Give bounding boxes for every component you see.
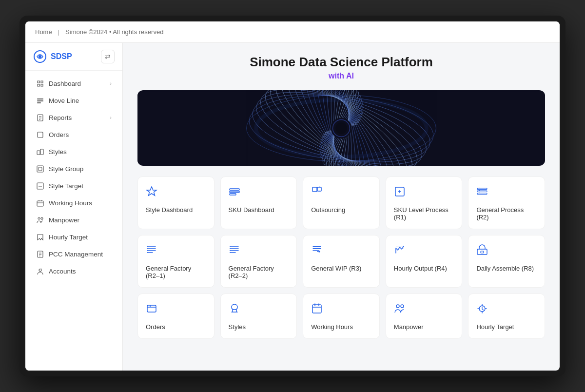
sidebar-toggle-button[interactable]: ⇄ [101,50,115,63]
svg-rect-67 [479,193,480,193]
card-sku-dashboard[interactable]: SKU Dashboard [220,176,297,229]
svg-point-55 [335,122,347,134]
card-label: SKU Dashboard [229,206,289,214]
svg-rect-7 [37,151,40,155]
svg-point-70 [147,250,148,251]
card-label: Manpower [394,323,454,331]
svg-rect-58 [230,194,236,195]
svg-point-16 [39,269,41,271]
app-window: Home | Simone ©2024 • All rights reserve… [25,21,560,371]
card-manpower[interactable]: Manpower [386,294,463,339]
card-label: Working Hours [311,323,371,331]
card-label: Outsourcing [311,206,371,214]
svg-point-80 [396,305,399,308]
svg-rect-2 [37,98,43,99]
card-label: Hourly Output (R4) [394,265,454,272]
styles-card-icon [229,303,289,317]
general-factory-1-icon [146,244,206,259]
sidebar-item-reports[interactable]: Reports › [28,109,119,126]
orders-icon [36,131,44,138]
sidebar-item-label: Accounts [49,268,76,275]
svg-rect-78 [147,305,156,312]
orders-card-icon [146,303,206,317]
card-general-wip[interactable]: General WIP (R3) [303,235,380,288]
card-label: Orders [146,323,206,331]
styles-icon [36,148,44,156]
svg-rect-64 [477,193,487,195]
svg-rect-79 [312,305,321,313]
chevron-right-icon: › [110,80,112,86]
card-working-hours[interactable]: Working Hours [303,294,380,339]
device-frame: Home | Simone ©2024 • All rights reserve… [20,16,566,376]
svg-rect-8 [40,149,43,155]
main-layout: SDSP ⇄ Dashboard › [25,43,560,371]
svg-point-68 [147,246,148,247]
sidebar-item-label: Orders [49,131,69,138]
svg-point-69 [147,248,148,249]
card-label: General Factory (R2–1) [146,265,206,279]
sidebar-item-stylegroup[interactable]: Style Group [28,160,119,177]
sidebar-item-pccmanagement[interactable]: PCC Management [28,246,119,262]
svg-point-1 [39,55,41,58]
svg-rect-59 [312,187,317,192]
svg-rect-65 [479,188,480,188]
sidebar-item-styletarget[interactable]: Style Target [28,177,119,194]
sidebar-item-label: Style Target [49,182,83,190]
card-general-process[interactable]: General Process (R2) [468,176,545,229]
sidebar-item-accounts[interactable]: Accounts [28,263,119,279]
card-sku-level-process[interactable]: SKU Level Process (R1) [386,176,463,229]
svg-rect-6 [38,132,43,137]
sidebar-item-label: PCC Management [49,251,103,258]
cards-row-2: General Factory (R2–1) General Factory (… [137,235,545,288]
sidebar-item-orders[interactable]: Orders [28,126,119,143]
sidebar-item-styles[interactable]: Styles [28,143,119,160]
sku-dashboard-icon [229,186,289,200]
card-hourly-output[interactable]: Hourly Output (R4) [386,235,463,288]
dashboard-icon [36,79,44,87]
sidebar-item-workinghours[interactable]: Working Hours [28,195,119,211]
sidebar-item-hourlytarget[interactable]: Hourly Target [28,229,119,245]
svg-point-75 [230,252,231,253]
card-general-factory-2[interactable]: General Factory (R2–2) [220,235,297,288]
sidebar-item-manpower[interactable]: Manpower [28,212,119,228]
sidebar-item-dashboard[interactable]: Dashboard › [28,75,119,92]
card-label: Hourly Target [476,323,537,331]
hero-spiral-svg [137,90,545,166]
card-styles[interactable]: Styles [220,294,297,339]
style-dashboard-icon [146,186,206,200]
card-label: General Factory (R2–2) [229,265,289,279]
card-label: General WIP (R3) [311,265,371,272]
svg-rect-57 [230,191,239,193]
card-outsourcing[interactable]: Outsourcing [303,176,380,229]
svg-rect-77 [481,251,484,253]
svg-point-73 [230,248,231,249]
accounts-icon [36,267,44,275]
manpower-card-icon [394,303,454,317]
sidebar-item-label: Style Group [49,165,83,173]
hourly-output-icon [394,244,454,259]
card-daily-assemble[interactable]: Daily Assemble (R8) [468,235,545,288]
svg-point-13 [38,217,40,219]
top-bar: Home | Simone ©2024 • All rights reserve… [25,21,560,43]
card-hourly-target[interactable]: Hourly Target [468,294,545,339]
svg-rect-66 [479,190,480,191]
svg-rect-63 [477,191,487,192]
sidebar-item-moveline[interactable]: Move Line [28,92,119,109]
svg-rect-56 [230,189,239,190]
daily-assemble-icon [476,244,537,259]
breadcrumb-separator: | [58,28,59,36]
card-general-factory-1[interactable]: General Factory (R2–1) [137,235,214,288]
sdsp-logo-icon [33,50,47,63]
card-style-dashboard[interactable]: Style Dashboard [137,176,214,229]
sidebar-item-label: Dashboard [49,80,81,87]
sidebar-item-label: Manpower [49,216,79,224]
sidebar-item-label: Reports [49,114,72,121]
svg-point-74 [230,250,231,251]
card-orders[interactable]: Orders [137,294,214,339]
breadcrumb-home[interactable]: Home [35,28,52,36]
hourlytarget-icon [36,233,44,241]
hero-banner [137,90,545,166]
card-label: Style Dashboard [146,206,206,214]
workinghours-icon [36,199,44,207]
svg-rect-62 [477,188,487,190]
